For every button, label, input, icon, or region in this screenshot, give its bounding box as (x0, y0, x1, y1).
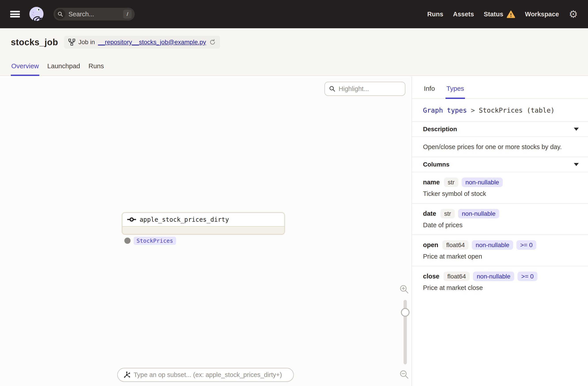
column-row-close: close float64 non-nullable >= 0 Price at… (412, 266, 588, 297)
nav-link-runs[interactable]: Runs (427, 11, 443, 18)
global-search: / (53, 8, 135, 20)
op-subset-input[interactable] (134, 371, 289, 379)
op-node-body (122, 226, 284, 234)
type-explorer-panel: Info Types Graph types > StockPrices (ta… (412, 76, 588, 386)
job-repository-link[interactable]: __repository__stocks_job@example.py (98, 39, 206, 46)
column-constraint-badge: >= 0 (518, 272, 537, 281)
chevron-down-icon[interactable] (574, 128, 579, 131)
column-name: date (423, 210, 436, 217)
page-title: stocks_job (11, 37, 58, 47)
zoom-slider-handle[interactable] (401, 308, 410, 317)
warning-icon (506, 10, 515, 18)
column-row-open: open float64 non-nullable >= 0 Price at … (412, 235, 588, 266)
panel-tabs: Info Types (412, 76, 588, 99)
tab-launchpad[interactable]: Launchpad (47, 62, 80, 76)
chevron-down-icon[interactable] (574, 163, 579, 166)
search-icon (329, 85, 336, 92)
op-selection-icon (123, 371, 130, 379)
job-tabs: Overview Launchpad Runs (11, 62, 105, 76)
op-icon (127, 217, 136, 222)
job-origin-badge: Job in __repository__stocks_job@example.… (64, 36, 220, 49)
description-label: Description (423, 126, 457, 133)
description-section-header[interactable]: Description (412, 122, 588, 137)
column-nullability-badge: non-nullable (458, 209, 499, 218)
column-constraint-badge: >= 0 (516, 240, 536, 250)
column-row-date: date str non-nullable Date of prices (412, 203, 588, 235)
description-text: Open/close prices for one or more stocks… (412, 137, 588, 157)
columns-label: Columns (423, 161, 449, 168)
dagster-logo-icon[interactable] (28, 6, 45, 22)
breadcrumb-current: StockPrices (table) (479, 106, 555, 114)
column-row-name: name str non-nullable Ticker symbol of s… (412, 172, 588, 203)
nav-links: Runs Assets Status Workspace (427, 10, 559, 18)
gear-icon[interactable]: ⚙ (569, 9, 578, 19)
zoom-in-icon[interactable] (399, 284, 410, 295)
nav-link-status-label: Status (484, 11, 504, 18)
op-graph-canvas[interactable]: apple_stock_prices_dirty StockPrices (0, 76, 412, 386)
nav-link-assets[interactable]: Assets (453, 11, 474, 18)
breadcrumb-separator: > (471, 106, 475, 114)
top-nav: / Runs Assets Status Workspace ⚙ (0, 0, 588, 28)
column-description: Price at market close (423, 284, 577, 291)
column-type-badge: float64 (443, 272, 470, 281)
op-subset-filter (117, 368, 294, 382)
op-node-apple-stock-prices-dirty[interactable]: apple_stock_prices_dirty (122, 212, 285, 235)
nav-link-status[interactable]: Status (484, 10, 515, 18)
slash-shortcut-badge: / (123, 10, 132, 19)
menu-icon[interactable] (10, 11, 20, 18)
nav-link-workspace[interactable]: Workspace (525, 11, 559, 18)
column-name: open (423, 241, 438, 249)
column-nullability-badge: non-nullable (462, 178, 503, 187)
search-icon (55, 9, 65, 19)
reload-icon[interactable] (209, 39, 216, 45)
highlight-search (324, 82, 405, 96)
job-badge-prefix: Job in (78, 39, 95, 46)
tab-runs[interactable]: Runs (88, 62, 105, 76)
page-header: stocks_job Job in __repository__stocks_j… (0, 28, 588, 76)
op-node-title: apple_stock_prices_dirty (140, 216, 229, 223)
output-port-dot (124, 238, 130, 244)
columns-section-header[interactable]: Columns (412, 157, 588, 172)
column-nullability-badge: non-nullable (472, 240, 513, 250)
job-icon (68, 39, 75, 46)
column-type-badge: str (444, 178, 458, 187)
output-type-tag[interactable]: StockPrices (134, 237, 176, 245)
panel-tab-types[interactable]: Types (445, 85, 465, 99)
column-name: close (423, 273, 439, 280)
column-type-badge: str (441, 209, 455, 218)
search-input[interactable] (68, 11, 115, 18)
zoom-out-icon[interactable] (399, 369, 410, 380)
column-description: Price at market open (423, 253, 577, 260)
breadcrumb-graph-types-link[interactable]: Graph types (423, 106, 467, 114)
column-description: Date of prices (423, 222, 577, 229)
type-breadcrumb: Graph types > StockPrices (table) (412, 99, 588, 122)
panel-tab-info[interactable]: Info (423, 85, 436, 99)
dagster-app: / Runs Assets Status Workspace ⚙ stocks_… (0, 0, 588, 386)
column-type-badge: float64 (442, 240, 468, 250)
column-description: Ticker symbol of stock (423, 190, 577, 197)
tab-overview[interactable]: Overview (11, 62, 39, 76)
column-name: name (423, 179, 440, 186)
highlight-input[interactable] (339, 85, 394, 93)
column-nullability-badge: non-nullable (473, 272, 514, 281)
